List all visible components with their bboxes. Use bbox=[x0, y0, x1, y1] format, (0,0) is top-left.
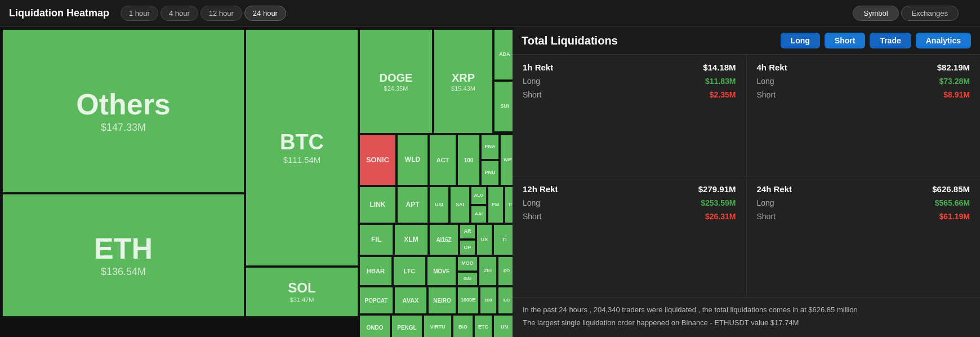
cell-ai16z[interactable]: AI16Z bbox=[429, 224, 458, 255]
total-liquidations-title: Total Liquidations bbox=[522, 34, 776, 47]
cell-doge-sym: DOGE bbox=[380, 72, 413, 84]
cell-eob[interactable]: EO bbox=[498, 287, 513, 314]
cell-link[interactable]: LINK bbox=[359, 187, 396, 223]
cell-ux[interactable]: UX bbox=[476, 224, 492, 255]
cell-doge[interactable]: DOGE $24.35M bbox=[359, 29, 433, 134]
cell-op[interactable]: OP bbox=[460, 240, 475, 255]
cell-ar[interactable]: AR bbox=[460, 224, 475, 239]
cell-pnu[interactable]: PNU bbox=[481, 161, 499, 185]
cell-btc[interactable]: BTC $111.54M bbox=[246, 29, 358, 266]
cell-move[interactable]: MOVE bbox=[427, 256, 456, 286]
cell-neiro[interactable]: NEIRO bbox=[428, 287, 456, 314]
cell-xrp[interactable]: XRP $15.43M bbox=[434, 29, 493, 134]
cell-others[interactable]: Others $147.33M bbox=[2, 29, 244, 193]
cell-usi[interactable]: USI bbox=[429, 187, 449, 223]
analytics-btn[interactable]: Analytics bbox=[916, 33, 971, 48]
cell-others-sym: Others bbox=[76, 88, 171, 121]
time-btn-1h[interactable]: 1 hour bbox=[121, 6, 158, 21]
stat-row-12h-short: Short $26.31M bbox=[523, 212, 736, 221]
stat-24h-long-val: $565.66M bbox=[935, 198, 970, 207]
cell-moo[interactable]: MOO bbox=[457, 256, 478, 271]
cell-bio[interactable]: BIO bbox=[453, 315, 473, 337]
cell-alg[interactable]: ALG bbox=[471, 187, 487, 205]
time-btn-24h[interactable]: 24 hour bbox=[244, 6, 286, 21]
cell-act-sym: ACT bbox=[436, 157, 449, 163]
cell-sol-sym: SOL bbox=[288, 281, 315, 295]
stat-card-12h: 12h Rekt $279.91M Long $253.59M Short $2… bbox=[513, 176, 746, 298]
stat-row-24h-short: Short $61.19M bbox=[757, 212, 970, 221]
right-panel-header: Total Liquidations Long Short Trade Anal… bbox=[513, 27, 980, 55]
stat-1h-long-val: $11.83M bbox=[705, 77, 736, 86]
cell-neiro-sym: NEIRO bbox=[433, 298, 451, 304]
stat-1h-short-label: Short bbox=[523, 90, 541, 99]
time-btn-4h[interactable]: 4 hour bbox=[161, 6, 198, 21]
right-panel: Total Liquidations Long Short Trade Anal… bbox=[513, 27, 980, 337]
cell-apt[interactable]: APT bbox=[397, 187, 428, 223]
cell-gai[interactable]: GAI bbox=[457, 272, 478, 286]
trade-btn[interactable]: Trade bbox=[870, 33, 911, 48]
cell-ti[interactable]: TI bbox=[505, 187, 513, 223]
stats-grid: 1h Rekt $14.18M Long $11.83M Short $2.35… bbox=[513, 55, 980, 297]
cell-btc-sym: BTC bbox=[280, 131, 324, 154]
cell-sonic[interactable]: SONIC bbox=[359, 135, 396, 185]
stat-1h-total: $14.18M bbox=[703, 63, 736, 72]
cell-popcat-sym: POPCAT bbox=[365, 298, 388, 304]
cell-sai[interactable]: SAI bbox=[450, 187, 470, 223]
cell-wld[interactable]: WLD bbox=[397, 135, 428, 185]
cell-fil[interactable]: FIL bbox=[359, 224, 393, 255]
cell-ti2[interactable]: TI bbox=[493, 224, 513, 255]
stat-24h-total: $626.85M bbox=[932, 184, 970, 194]
cell-pei[interactable]: PEI bbox=[488, 187, 504, 223]
cell-virtu[interactable]: VIRTU bbox=[424, 315, 452, 337]
exchanges-btn[interactable]: Exchanges bbox=[901, 6, 959, 21]
cell-wif[interactable]: WIF bbox=[500, 135, 513, 185]
cell-sui[interactable]: SUI bbox=[494, 81, 513, 132]
stat-row-1h-total: 1h Rekt $14.18M bbox=[523, 63, 736, 72]
cell-hbar[interactable]: HBAR bbox=[359, 256, 392, 286]
cell-virtu-sym: VIRTU bbox=[430, 325, 446, 330]
cell-avax[interactable]: AVAX bbox=[394, 287, 427, 314]
cell-ena[interactable]: ENA bbox=[481, 135, 499, 159]
app-title: Liquidation Heatmap bbox=[9, 7, 109, 19]
time-btn-12h[interactable]: 12 hour bbox=[201, 6, 242, 21]
cell-pengl-sym: PENGL bbox=[397, 325, 416, 331]
cell-hbar-sym: HBAR bbox=[367, 268, 385, 274]
long-btn[interactable]: Long bbox=[781, 33, 820, 48]
stat-card-24h: 24h Rekt $626.85M Long $565.66M Short $6… bbox=[747, 176, 981, 298]
short-btn[interactable]: Short bbox=[825, 33, 866, 48]
cell-sol[interactable]: SOL $31.47M bbox=[246, 267, 358, 317]
cell-1000e[interactable]: 1000E bbox=[457, 287, 479, 314]
cell-ltc-sym: LTC bbox=[404, 268, 416, 274]
cell-eo2[interactable]: EO bbox=[498, 256, 513, 286]
cell-ada[interactable]: ADA bbox=[494, 29, 513, 80]
cell-eth-val: $136.54M bbox=[101, 266, 146, 278]
cell-ltc[interactable]: LTC bbox=[393, 256, 426, 286]
cell-un[interactable]: UN bbox=[493, 315, 513, 337]
cell-xlm-sym: XLM bbox=[404, 236, 418, 243]
stat-row-24h-long: Long $565.66M bbox=[757, 198, 970, 207]
stat-12h-short-label: Short bbox=[523, 212, 541, 221]
cell-100b[interactable]: 100 bbox=[480, 287, 497, 314]
cell-xrp-val: $15.43M bbox=[451, 85, 475, 92]
cell-act[interactable]: ACT bbox=[429, 135, 456, 185]
cell-sai-sym: SAI bbox=[456, 202, 464, 208]
cell-btc-val: $111.54M bbox=[283, 155, 321, 165]
cell-zei[interactable]: ZEI bbox=[479, 256, 497, 286]
cell-xlm[interactable]: XLM bbox=[394, 224, 428, 255]
cell-100[interactable]: 100 bbox=[457, 135, 480, 185]
cell-xrp-sym: XRP bbox=[452, 72, 475, 84]
cell-etc[interactable]: ETC bbox=[474, 315, 492, 337]
app-header: Liquidation Heatmap 1 hour 4 hour 12 hou… bbox=[0, 0, 980, 27]
cell-pei-sym: PEI bbox=[492, 202, 500, 207]
cell-eth[interactable]: ETH $136.54M bbox=[2, 194, 244, 317]
cell-aai[interactable]: AAI bbox=[471, 206, 487, 223]
stat-24h-long-label: Long bbox=[757, 198, 774, 207]
stat-card-4h: 4h Rekt $82.19M Long $73.28M Short $8.91… bbox=[747, 55, 981, 176]
cell-alg-sym: ALG bbox=[474, 193, 484, 198]
cell-popcat[interactable]: POPCAT bbox=[359, 287, 393, 314]
cell-ondo[interactable]: ONDO bbox=[359, 315, 390, 337]
cell-pengl[interactable]: PENGL bbox=[391, 315, 422, 337]
stat-row-4h-total: 4h Rekt $82.19M bbox=[757, 63, 970, 72]
cell-aai-sym: AAI bbox=[475, 212, 483, 217]
symbol-btn[interactable]: Symbol bbox=[853, 6, 898, 21]
